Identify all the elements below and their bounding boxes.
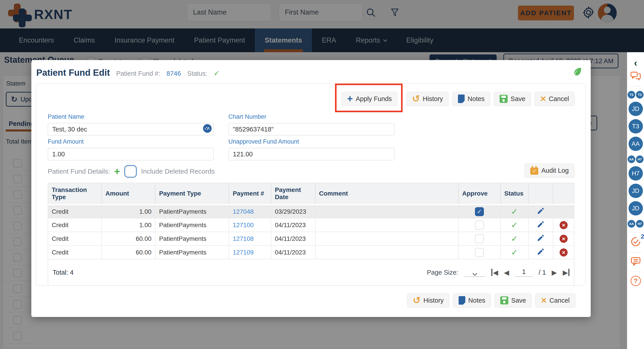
patient-name-field[interactable]: Test, 30 dec [48,123,214,136]
note-icon [458,95,465,103]
history-button[interactable]: ↺ History [406,92,448,106]
fund-amount-field[interactable]: 1.00 [48,148,214,160]
col-amount[interactable]: Amount [102,183,156,204]
avatar: AA [628,220,635,228]
save-button[interactable]: Save [494,92,531,106]
approve-checkbox[interactable]: ✓ [475,207,484,216]
fund-edit-card: + Apply Funds ↺ History Notes Save × Can… [36,83,586,286]
table-header-row: Transaction Type Amount Payment Type Pay… [48,183,574,204]
approve-checkbox[interactable] [475,221,484,230]
cancel-button[interactable]: × Cancel [535,92,574,106]
edit-icon[interactable] [537,209,545,216]
col-transaction-type[interactable]: Transaction Type [48,183,102,204]
divider [629,86,642,87]
approve-checkbox[interactable] [475,248,484,257]
unapproved-fund-amount-label: Unapproved Fund Amount [228,138,394,145]
col-comment[interactable]: Comment [315,183,458,204]
notes-button[interactable]: Notes [452,92,490,106]
chart-number-label: Chart Number [228,113,394,120]
add-fund-detail-icon[interactable]: + [114,167,120,176]
payment-number-link[interactable]: 127108 [229,232,271,245]
col-approve[interactable]: Approve [458,183,500,204]
next-page-button[interactable]: ▶ [552,269,557,276]
payment-number-link[interactable]: 127048 [229,204,271,218]
save-icon [500,95,508,103]
avatar[interactable]: JD [628,102,643,116]
table-row: Credit 1.00 PatientPayments 127048 03/29… [48,204,574,218]
fund-number-label: Patient Fund #: [116,70,160,77]
avatar: T3 [628,91,635,99]
help-icon[interactable]: ? [630,276,641,286]
avatar: T3 [636,91,644,99]
table-row: Credit 1.00 PatientPayments 127100 04/11… [48,218,574,232]
status-label: Status: [187,70,207,77]
divider [629,252,642,253]
col-payment-type[interactable]: Payment Type [155,183,229,204]
avatar[interactable]: JD [628,201,643,215]
audit-log-button[interactable]: ✓ Audit Log [525,164,574,177]
edit-icon[interactable] [537,236,545,243]
delete-icon[interactable]: × [560,221,568,229]
collapse-sidebar-icon[interactable]: ‹ [634,59,637,67]
avatar[interactable]: H7 [628,166,643,181]
avatar[interactable]: JD [628,184,643,198]
avatar-pair[interactable]: AA H7 [628,155,644,163]
table-footer: Total: 4 Page Size: ◀ ◀ 1 / 1 ▶ ▶ [48,259,574,286]
status-check-icon: ✓ [214,69,220,78]
calendar-check-icon: ✓ [530,168,538,175]
include-deleted-label: Include Deleted Records [141,168,215,175]
first-page-button[interactable]: ◀ [491,269,498,276]
table-row: Credit 60.00 PatientPayments 127109 04/1… [48,245,574,259]
history-button[interactable]: ↺ History [407,293,449,307]
tasks-icon[interactable]: 2 [630,236,641,248]
delete-icon[interactable]: × [560,235,568,243]
avatar: H7 [636,155,644,163]
payment-number-link[interactable]: 127109 [229,245,271,259]
patient-dashboard-icon[interactable] [203,124,212,135]
page-size-label: Page Size: [427,269,458,276]
divider [629,232,642,232]
avatar: AA [628,155,635,163]
chat-icon[interactable] [630,257,641,267]
prev-page-button[interactable]: ◀ [504,269,509,276]
tasks-badge: 2 [641,233,644,240]
include-deleted-checkbox[interactable] [126,166,136,177]
divider [629,271,642,272]
fund-details-table: Transaction Type Amount Payment Type Pay… [48,183,574,286]
payment-number-link[interactable]: 127100 [229,218,271,232]
save-button[interactable]: Save [495,293,532,307]
approve-checkbox[interactable] [475,234,484,243]
avatar[interactable]: T3 [628,119,643,134]
delete-icon[interactable]: × [560,248,568,256]
edit-icon[interactable] [537,250,545,257]
status-check-icon: ✓ [511,220,518,230]
notes-button[interactable]: Notes [453,293,491,307]
avatar-pair[interactable]: T3 T3 [628,91,644,99]
avatar-pair[interactable]: AA H7 [628,220,644,228]
last-page-button[interactable]: ▶ [563,269,570,276]
apply-funds-annotation: + Apply Funds [335,84,402,112]
note-icon [458,296,465,305]
apply-funds-button[interactable]: + Apply Funds [342,92,398,106]
chart-number-field[interactable]: "8529637418" [228,123,394,136]
cancel-button[interactable]: × Cancel [536,293,575,307]
edit-icon[interactable] [537,223,545,230]
patient-fund-edit-modal: Patient Fund Edit Patient Fund #: 8746 S… [31,60,591,317]
col-payment-number[interactable]: Payment # [229,183,271,204]
page-size-select[interactable] [464,268,486,277]
col-payment-date[interactable]: Payment Date [271,183,315,204]
pagination: Page Size: ◀ ◀ 1 / 1 ▶ ▶ [427,268,570,277]
history-icon: ↺ [413,296,420,305]
patient-name-label: Patient Name [48,113,214,120]
page-number-input[interactable]: 1 [515,268,533,277]
page-total: / 1 [539,269,546,276]
avatar[interactable]: AA [628,137,643,151]
fund-number-value[interactable]: 8746 [166,70,181,77]
conversations-icon[interactable] [630,71,641,82]
messaging-sidebar: ‹ T3 T3 JD T3 AA AA H7 H7 JD JD AA H7 2 … [627,52,644,349]
total-count: Total: 4 [52,269,74,276]
col-status[interactable]: Status [500,183,528,204]
modal-title: Patient Fund Edit [36,68,110,78]
unapproved-fund-amount-field[interactable]: 121.00 [228,148,394,160]
patient-fund-details-label: Patient Fund Details: [48,168,110,175]
